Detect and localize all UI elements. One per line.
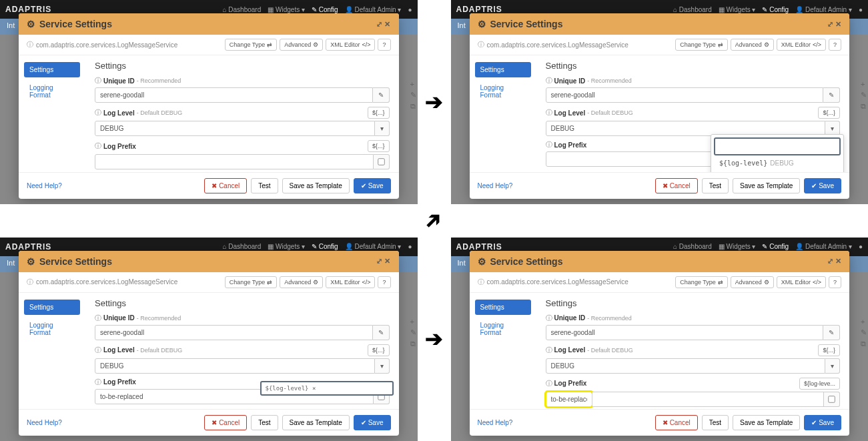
modal-subheader: ⓘcom.adaptris.core.services.LogMessageSe…: [19, 35, 399, 55]
nav-admin[interactable]: 👤 Default Admin ▾: [345, 6, 402, 13]
nav-status-dot: ●: [408, 6, 412, 13]
help-button[interactable]: ?: [378, 39, 390, 51]
right-gutter: +✎⧉: [410, 80, 416, 111]
tab-logging-format[interactable]: Logging Format: [24, 80, 80, 103]
modal-sidebar: Settings Logging Format: [19, 55, 85, 172]
info-icon: ⓘ: [95, 108, 101, 117]
panel-2: ADAPTRIS⌂ Dashboard▦ Widgets ▾✎ Config👤 …: [451, 0, 869, 204]
modal-title: Service Settings: [39, 19, 112, 29]
dropdown-item[interactable]: ${log-prefix}TEST-: [714, 169, 841, 172]
cancel-button[interactable]: ✖ Cancel: [204, 178, 247, 193]
save-button[interactable]: ✔ Save: [354, 178, 391, 193]
var-button-log-level[interactable]: ${...}: [368, 107, 390, 119]
arrow-right-2: ➔: [418, 238, 451, 442]
var-button-log-prefix[interactable]: ${...}: [368, 140, 390, 152]
variable-pill[interactable]: ${log-level} ×: [260, 381, 394, 396]
service-classpath: ⓘcom.adaptris.core.services.LogMessageSe…: [27, 40, 177, 49]
modal-header: ⚙ Service Settings ⤢ ✕: [19, 13, 399, 35]
checkbox-addon[interactable]: [374, 154, 390, 169]
window-controls[interactable]: ⤢ ✕: [376, 20, 390, 29]
nav-config[interactable]: ✎ Config: [312, 6, 338, 13]
puzzle-icon: ⚙: [27, 19, 35, 29]
info-icon: ⓘ: [27, 40, 33, 49]
log-prefix-input-highlighted[interactable]: [546, 392, 592, 407]
unique-id-input[interactable]: [95, 87, 373, 103]
dropdown-search-input[interactable]: [714, 137, 841, 155]
dropdown-icon[interactable]: ▾: [375, 121, 390, 136]
arrow-icon: ➔: [425, 89, 443, 115]
app-logo: ADAPTRIS: [5, 5, 51, 14]
var-button-log-prefix-full[interactable]: ${log-leve...: [799, 378, 840, 390]
panel-4: ADAPTRIS⌂ Dashboard▦ Widgets ▾✎ Config👤 …: [451, 238, 869, 442]
service-settings-modal: ⚙ Service Settings ⤢ ✕ ⓘcom.adaptris.cor…: [19, 13, 399, 199]
section-title: Settings: [95, 61, 390, 71]
dropdown-item[interactable]: ${log-level}DEBUG: [714, 157, 841, 169]
arrow-down: ➔: [418, 204, 451, 238]
panel-1: ADAPTRIS ⌂ Dashboard ▦ Widgets ▾ ✎ Confi…: [0, 0, 418, 204]
need-help-link[interactable]: Need Help?: [27, 182, 62, 189]
info-icon: ⓘ: [95, 141, 101, 151]
edit-icon[interactable]: ✎: [373, 87, 390, 103]
save-template-button[interactable]: Save as Template: [282, 178, 350, 193]
nav-widgets[interactable]: ▦ Widgets ▾: [268, 6, 305, 13]
panel-3: ADAPTRIS⌂ Dashboard▦ Widgets ▾✎ Config👤 …: [0, 238, 418, 442]
log-prefix-input[interactable]: [95, 154, 374, 169]
test-button[interactable]: Test: [251, 178, 278, 193]
tab-settings[interactable]: Settings: [24, 62, 80, 77]
modal-footer: Need Help? ✖ Cancel Test Save as Templat…: [19, 172, 399, 199]
settings-panel: Settings ⓘUnique ID- Recommended ✎ ⓘLog …: [85, 55, 399, 172]
change-type-button[interactable]: Change Type ⇄: [225, 39, 277, 51]
info-icon: ⓘ: [95, 76, 101, 85]
variable-dropdown[interactable]: ${log-level}DEBUG ${log-prefix}TEST- ${t…: [711, 134, 844, 172]
xml-editor-button[interactable]: XML Editor </>: [326, 39, 375, 51]
nav-dashboard[interactable]: ⌂ Dashboard: [223, 6, 262, 13]
arrow-right-1: ➔: [418, 0, 451, 204]
advanced-button[interactable]: Advanced ⚙: [280, 39, 323, 51]
log-level-input[interactable]: [95, 121, 375, 136]
